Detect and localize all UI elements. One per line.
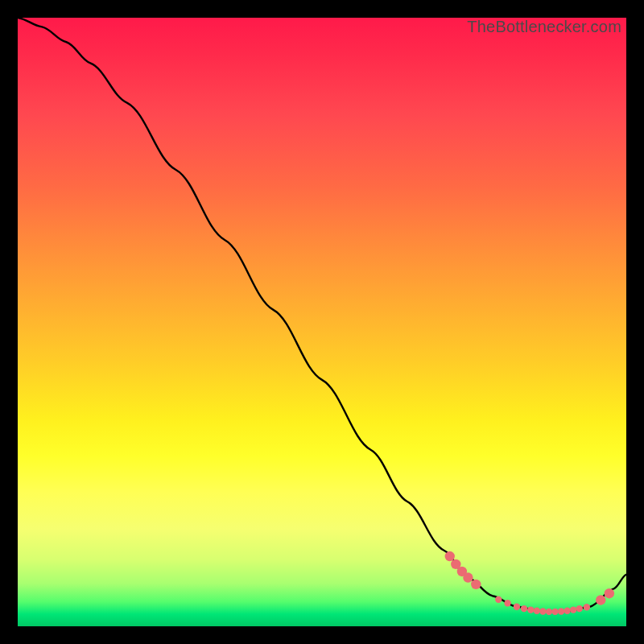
chart-svg	[18, 18, 626, 626]
chart-frame: TheBottlenecker.com	[0, 0, 644, 644]
marker-group	[445, 551, 614, 615]
marker-dot	[445, 551, 455, 561]
marker-dot	[605, 588, 614, 598]
marker-dot	[558, 608, 564, 614]
marker-dot	[495, 597, 502, 603]
marker-dot	[463, 572, 473, 582]
marker-dot	[584, 604, 590, 610]
plot-area: TheBottlenecker.com	[18, 18, 626, 626]
marker-dot	[471, 580, 481, 589]
marker-dot	[514, 604, 520, 610]
marker-dot	[564, 608, 570, 614]
bottleneck-curve-path	[18, 18, 626, 612]
marker-dot	[521, 605, 527, 612]
watermark-text: TheBottlenecker.com	[467, 18, 621, 36]
marker-dot	[504, 600, 510, 606]
marker-dot	[527, 606, 534, 613]
marker-dot	[576, 605, 583, 612]
marker-dot	[570, 606, 576, 613]
marker-dot	[596, 595, 605, 605]
marker-dot	[546, 609, 552, 615]
marker-dot	[551, 609, 558, 615]
marker-dot	[539, 608, 546, 614]
marker-dot	[534, 608, 540, 614]
